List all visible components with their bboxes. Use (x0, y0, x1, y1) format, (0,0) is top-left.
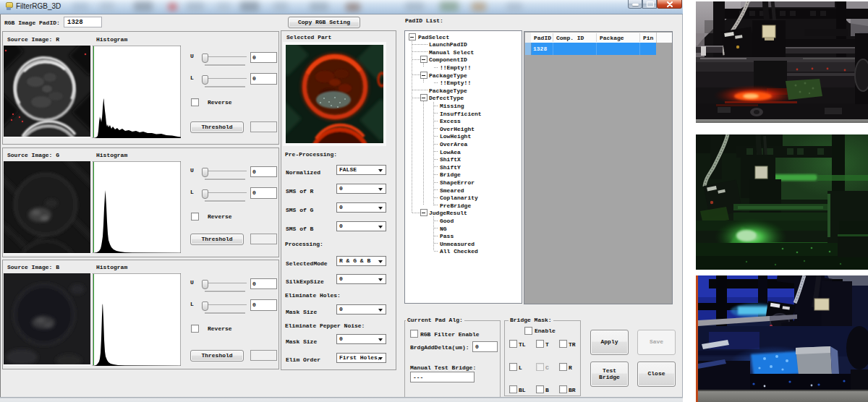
svg-text:DefectType: DefectType (429, 95, 464, 101)
svg-text:OverArea: OverArea (440, 141, 468, 147)
svg-text:Good: Good (440, 218, 454, 224)
svg-text:ComponentID: ComponentID (429, 56, 467, 63)
svg-text:!!Empty!!: !!Empty!! (440, 80, 471, 86)
svg-text:Coplanarity: Coplanarity (440, 194, 478, 201)
svg-text:All Checked: All Checked (440, 248, 478, 255)
svg-text:ShapeError: ShapeError (440, 179, 475, 186)
svg-text:OverHeight: OverHeight (440, 126, 475, 132)
svg-text:PreBridge: PreBridge (440, 202, 471, 209)
svg-text:Missing: Missing (440, 103, 464, 109)
svg-text:LaunchPadID: LaunchPadID (429, 41, 467, 48)
svg-text:PackageType: PackageType (429, 72, 467, 79)
svg-text:LowAea: LowAea (440, 149, 461, 155)
svg-text:Insufficient: Insufficient (440, 111, 482, 117)
svg-text:PackageType: PackageType (429, 87, 467, 94)
svg-text:NG: NG (440, 226, 447, 232)
svg-text:!!Empty!!: !!Empty!! (440, 64, 471, 71)
svg-text:Smeared: Smeared (440, 187, 464, 194)
svg-text:Unmeasured: Unmeasured (440, 241, 475, 247)
svg-text:JudgeResult: JudgeResult (429, 210, 467, 216)
svg-text:LowHeight: LowHeight (440, 133, 471, 140)
svg-text:Pass: Pass (440, 233, 454, 239)
svg-text:ShiftY: ShiftY (440, 164, 461, 171)
svg-text:ShiftX: ShiftX (440, 156, 461, 163)
svg-text:Excess: Excess (440, 118, 461, 124)
svg-text:Bridge: Bridge (440, 171, 461, 178)
svg-text:Manual Select: Manual Select (429, 49, 475, 56)
svg-text:PadSelect: PadSelect (418, 34, 449, 40)
